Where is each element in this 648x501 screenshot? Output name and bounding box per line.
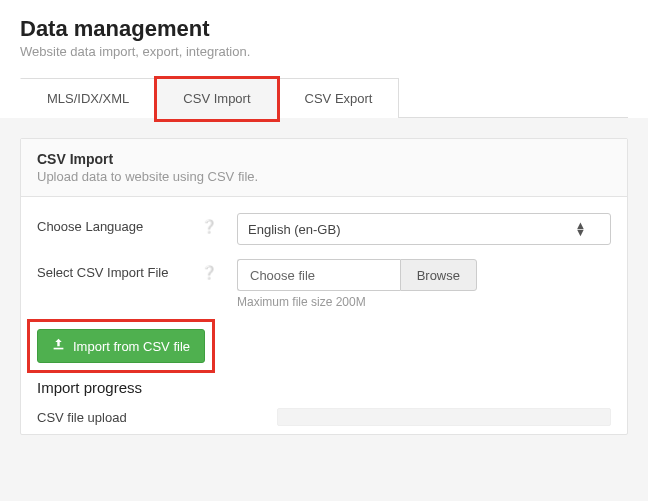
tab-csv-import[interactable]: CSV Import bbox=[156, 78, 277, 118]
tab-mls-idx-xml[interactable]: MLS/IDX/XML bbox=[20, 78, 156, 118]
panel-body: Choose Language ❔ English (en-GB) ▲▼ Sel… bbox=[21, 197, 627, 434]
select-value: English (en-GB) bbox=[248, 222, 340, 237]
row-language: Choose Language ❔ English (en-GB) ▲▼ bbox=[37, 213, 611, 245]
csv-import-panel: CSV Import Upload data to website using … bbox=[20, 138, 628, 435]
tabs-wrapper: MLS/IDX/XML CSV Import CSV Export bbox=[20, 77, 628, 118]
tab-csv-export[interactable]: CSV Export bbox=[278, 78, 400, 118]
help-icon[interactable]: ❔ bbox=[201, 219, 217, 234]
label-text: Choose Language bbox=[37, 219, 143, 234]
browse-button[interactable]: Browse bbox=[400, 259, 477, 291]
progress-bar bbox=[277, 408, 611, 426]
progress-title: Import progress bbox=[37, 379, 611, 396]
control-language: English (en-GB) ▲▼ bbox=[237, 213, 611, 245]
chevron-updown-icon: ▲▼ bbox=[575, 222, 586, 236]
content-area: CSV Import Upload data to website using … bbox=[0, 118, 648, 501]
import-button[interactable]: Import from CSV file bbox=[37, 329, 205, 363]
help-icon[interactable]: ❔ bbox=[201, 265, 217, 280]
upload-icon bbox=[52, 338, 65, 354]
progress-label: CSV file upload bbox=[37, 410, 277, 425]
page-title: Data management bbox=[20, 16, 628, 42]
control-file: Choose file Browse Maximum file size 200… bbox=[237, 259, 611, 309]
file-input[interactable]: Choose file bbox=[237, 259, 400, 291]
import-button-label: Import from CSV file bbox=[73, 339, 190, 354]
tab-label: CSV Export bbox=[305, 91, 373, 106]
browse-label: Browse bbox=[417, 268, 460, 283]
progress-row: CSV file upload bbox=[37, 408, 611, 426]
label-file: Select CSV Import File ❔ bbox=[37, 259, 237, 280]
file-placeholder: Choose file bbox=[250, 268, 315, 283]
panel-desc: Upload data to website using CSV file. bbox=[37, 169, 611, 184]
panel-header: CSV Import Upload data to website using … bbox=[21, 139, 627, 197]
label-language: Choose Language ❔ bbox=[37, 213, 237, 234]
tabs: MLS/IDX/XML CSV Import CSV Export bbox=[20, 77, 628, 118]
file-picker: Choose file Browse bbox=[237, 259, 477, 291]
svg-rect-0 bbox=[54, 348, 64, 350]
import-button-wrap: Import from CSV file bbox=[37, 329, 205, 363]
tab-label: CSV Import bbox=[183, 91, 250, 106]
language-select[interactable]: English (en-GB) ▲▼ bbox=[237, 213, 611, 245]
row-file: Select CSV Import File ❔ Choose file Bro… bbox=[37, 259, 611, 309]
file-hint: Maximum file size 200M bbox=[237, 295, 611, 309]
tab-label: MLS/IDX/XML bbox=[47, 91, 129, 106]
page-header-area: Data management Website data import, exp… bbox=[0, 0, 648, 118]
label-text: Select CSV Import File bbox=[37, 265, 169, 280]
panel-title: CSV Import bbox=[37, 151, 611, 167]
page-subtitle: Website data import, export, integration… bbox=[20, 44, 628, 59]
